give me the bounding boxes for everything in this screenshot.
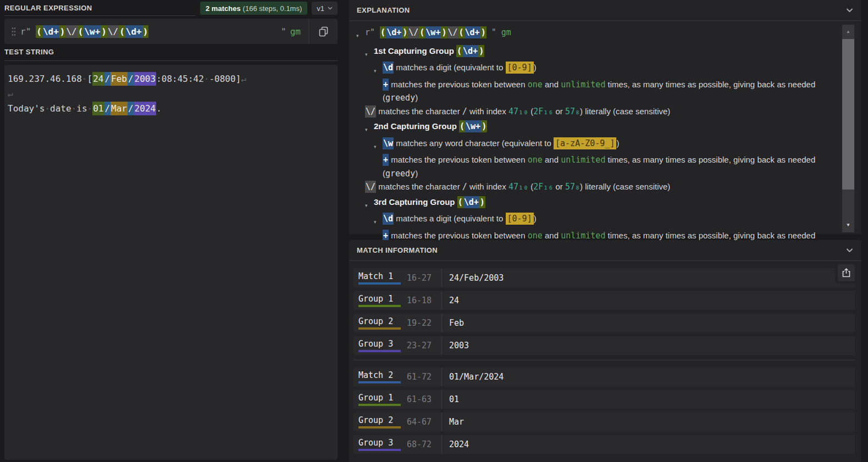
explanation-row: \/ matches the character / with index 47…: [356, 180, 836, 194]
segment-ws: ·: [71, 103, 77, 114]
segment-tok: \d+: [125, 25, 142, 38]
segment-mono: greedy: [385, 93, 415, 103]
segment-t: ): [534, 63, 537, 72]
segment-paren: (: [457, 196, 463, 208]
segment-tok: \w+: [425, 26, 441, 38]
segment-t: ): [616, 138, 619, 148]
regex-section-header: REGULAR EXPRESSION 2 matches (166 steps,…: [4, 0, 338, 16]
segment-t: matches a digit (equivalent to: [394, 63, 505, 72]
segment-mono: /: [462, 182, 467, 192]
test-string-editor[interactable]: 169.237.46.168·[24/Feb/2003:08:45:42·-08…: [4, 65, 338, 460]
segment-num: 47₁₀: [508, 107, 528, 116]
match-row-value: 2024: [442, 439, 469, 449]
scroll-down-icon[interactable]: ▼: [842, 218, 854, 231]
tree-collapse-arrow-icon[interactable]: ▾: [374, 137, 383, 154]
segment-esc: \/: [107, 25, 119, 38]
segment-tok: \w: [383, 137, 394, 149]
segment-tok: +: [383, 154, 389, 166]
tree-collapse-arrow-icon[interactable]: ▾: [356, 26, 365, 43]
segment-sep: /: [128, 102, 134, 115]
match-information-header: MATCH INFORMATION: [349, 240, 861, 261]
regex-input[interactable]: r" (\d+)\/(\w+)\/(\d+) " gm: [4, 19, 338, 44]
segment-t: :08:45:42: [156, 74, 204, 84]
segment-num: 57₈: [565, 182, 580, 192]
tree-collapse-arrow-icon[interactable]: ▾: [365, 196, 374, 213]
segment-b: 2nd Capturing Group: [374, 121, 459, 131]
segment-tok: \d+: [462, 45, 478, 57]
match-row-range: 19-22: [407, 318, 441, 328]
explanation-row: + matches the previous token between one…: [356, 153, 836, 180]
segment-paren: (: [456, 45, 462, 57]
version-dropdown[interactable]: v1: [312, 2, 338, 15]
segment-tok: \d+: [463, 196, 479, 208]
explanation-text: \d matches a digit (equivalent to [0-9]): [383, 61, 836, 78]
segment-grn: gm: [501, 27, 511, 37]
match-row-range: 23-27: [407, 341, 441, 350]
segment-ws: ↵: [241, 74, 246, 84]
explanation-text: \/ matches the character / with index 47…: [365, 105, 836, 119]
explanation-row: ▾1st Capturing Group (\d+): [356, 44, 836, 62]
segment-paren: ): [101, 25, 107, 38]
segment-t: -0800]: [209, 74, 241, 84]
segment-num: 57₈: [565, 107, 580, 116]
segment-t: matches any word character (equivalent t…: [394, 138, 554, 148]
segment-grn: unlimited: [561, 231, 605, 241]
segment-g3: 2003: [134, 72, 157, 86]
match-row-value: 01/Mar/2024: [442, 372, 504, 382]
match-row: Group 219-22Feb: [353, 314, 855, 332]
match-row: Match 261-7201/Mar/2024: [353, 368, 855, 386]
match-information-collapse-button[interactable]: [846, 248, 853, 253]
segment-grn: one: [528, 80, 543, 90]
scrollbar-thumb[interactable]: [842, 39, 854, 190]
match-row-label[interactable]: Group 3: [353, 438, 407, 451]
match-row-label[interactable]: Group 1: [353, 393, 407, 406]
match-row-label-text: Match 1: [358, 271, 401, 285]
match-count-badge[interactable]: 2 matches (166 steps, 0.1ms): [200, 2, 307, 15]
segment-paren: ): [142, 25, 149, 38]
explanation-text: + matches the previous token between one…: [383, 78, 836, 105]
explanation-text: \/ matches the character / with index 47…: [365, 180, 836, 194]
match-row-label-text: Group 3: [358, 438, 401, 451]
tree-collapse-arrow-icon[interactable]: ▾: [374, 61, 383, 78]
segment-g2: Mar: [110, 102, 128, 115]
segment-num: 47₁₀: [508, 182, 528, 192]
match-row-label[interactable]: Group 2: [353, 415, 407, 428]
segment-paren: (: [380, 26, 386, 38]
segment-ws: ·: [82, 74, 87, 84]
segment-sep: /: [128, 72, 134, 86]
match-block-divider: [353, 360, 855, 360]
explanation-scrollbar[interactable]: ▲ ▼: [842, 25, 854, 232]
drag-handle-icon[interactable]: [12, 27, 16, 36]
segment-tok: \w+: [84, 25, 101, 38]
match-row-label[interactable]: Group 1: [353, 294, 407, 307]
segment-t: matches a digit (equivalent to: [394, 214, 505, 223]
match-row-label[interactable]: Group 3: [353, 339, 407, 352]
explanation-panel: EXPLANATION ▾r" (\d+)\/(\w+)\/(\d+) " gm…: [349, 0, 861, 234]
segment-t: is: [76, 103, 87, 114]
segment-cc: [a-zA-Z0-9_]: [554, 137, 616, 149]
segment-t: or: [553, 182, 565, 191]
explanation-collapse-button[interactable]: [846, 8, 853, 13]
segment-g1: 01: [92, 102, 104, 115]
segment-paren: ): [481, 120, 487, 132]
match-row-label[interactable]: Match 1: [353, 271, 407, 285]
copy-regex-button[interactable]: [309, 19, 338, 44]
tree-collapse-arrow-icon[interactable]: ▾: [374, 212, 383, 229]
explanation-text: r" (\d+)\/(\w+)\/(\d+) " gm: [365, 26, 836, 43]
scroll-up-icon[interactable]: ▲: [842, 25, 854, 38]
tree-collapse-arrow-icon[interactable]: ▾: [365, 44, 374, 62]
match-row-label[interactable]: Match 2: [353, 370, 407, 383]
steps-time-text: (166 steps, 0.1ms): [243, 4, 302, 13]
match-row-value: 01: [442, 394, 459, 404]
match-row-label-text: Group 1: [358, 393, 401, 406]
export-matches-button[interactable]: [838, 264, 855, 281]
segment-cc: [0-9]: [506, 62, 534, 74]
segment-tok: \d+: [42, 25, 59, 38]
regex-pattern[interactable]: (\d+)\/(\w+)\/(\d+): [36, 26, 281, 37]
tree-collapse-arrow-icon[interactable]: ▾: [365, 120, 374, 137]
regex-delimiter-open: r": [20, 26, 31, 37]
match-row-label[interactable]: Group 2: [353, 316, 407, 330]
segment-t: ): [415, 169, 418, 178]
segment-t: and: [543, 80, 561, 89]
regex-flags[interactable]: gm: [290, 26, 301, 37]
